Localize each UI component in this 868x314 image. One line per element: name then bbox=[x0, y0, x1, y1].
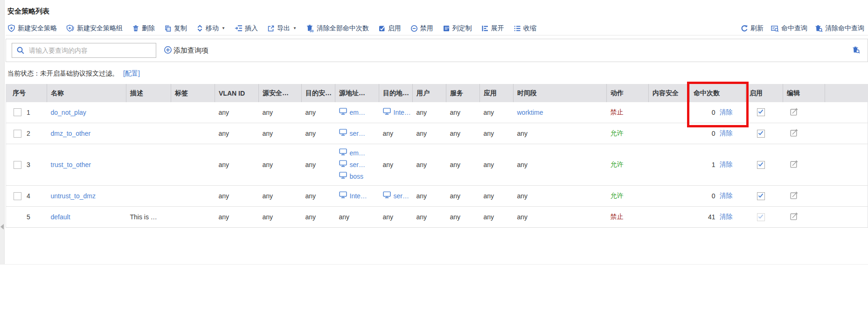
filler-cell bbox=[825, 207, 868, 228]
address-entry[interactable]: boss bbox=[339, 171, 375, 181]
button-label: 刷新 bbox=[750, 24, 764, 33]
column-header-8: 源地址… bbox=[335, 84, 379, 102]
address-entry[interactable]: ser… bbox=[339, 128, 375, 139]
address-list: Inte… bbox=[383, 107, 409, 118]
enable-checkbox[interactable] bbox=[757, 192, 765, 200]
time-text: any bbox=[517, 161, 528, 168]
seq-number: 1 bbox=[27, 109, 30, 116]
action-cell: 禁止 bbox=[607, 207, 649, 228]
app-cell: any bbox=[480, 123, 514, 144]
address-link[interactable]: em… bbox=[350, 107, 365, 118]
address-entry[interactable]: ser… bbox=[339, 160, 375, 170]
policy-name-link[interactable]: trust_to_other bbox=[51, 161, 91, 168]
action-cell: 允许 bbox=[607, 186, 649, 207]
tag-cell bbox=[171, 186, 215, 207]
search-icon bbox=[16, 46, 25, 56]
tag-cell bbox=[171, 207, 215, 228]
enable-checkbox[interactable] bbox=[757, 161, 765, 169]
add-query-item-button[interactable]: 添加查询项 bbox=[164, 46, 208, 56]
clear-all-hits-button[interactable]: 00 清除全部命中次数 bbox=[306, 24, 369, 33]
enable-button[interactable]: 启用 bbox=[378, 24, 401, 33]
insert-button[interactable]: 插入 bbox=[235, 24, 258, 33]
time-link[interactable]: worktime bbox=[517, 109, 543, 116]
edit-button[interactable] bbox=[790, 212, 799, 222]
refresh-button[interactable]: 刷新 bbox=[741, 24, 764, 33]
address-entry: any bbox=[383, 128, 409, 139]
address-link[interactable]: em… bbox=[350, 148, 365, 158]
hits-cell-inner: 0清除 bbox=[694, 108, 742, 117]
edit-button[interactable] bbox=[790, 107, 799, 118]
clear-hits-link[interactable]: 清除 bbox=[720, 108, 733, 117]
address-entry[interactable]: em… bbox=[339, 107, 375, 118]
address-entry[interactable]: ser… bbox=[383, 191, 409, 201]
delete-button[interactable]: 删除 bbox=[132, 24, 155, 33]
button-label: 展开 bbox=[491, 24, 504, 33]
monitor-icon bbox=[339, 128, 347, 139]
policy-name-link[interactable]: untrust_to_dmz bbox=[51, 192, 96, 200]
policy-table-wrap: 序号名称描述标签VLAN ID源安全…目的安…源地址…目的地…用户服务应用时间段… bbox=[6, 84, 868, 228]
clear-hits-link[interactable]: 清除 bbox=[720, 192, 733, 200]
policy-name-link[interactable]: default bbox=[51, 213, 70, 221]
address-list: ser… bbox=[383, 191, 409, 201]
enable-checkbox[interactable] bbox=[757, 130, 765, 138]
clear-hits-link[interactable]: 清除 bbox=[720, 213, 733, 221]
new-policy-group-button[interactable]: 新建安全策略组 bbox=[66, 24, 123, 33]
edit-cell bbox=[783, 123, 825, 144]
expand-button[interactable]: 展开 bbox=[481, 24, 504, 33]
collapse-arrow-icon[interactable] bbox=[0, 224, 4, 230]
user-cell: any bbox=[413, 186, 446, 207]
address-link[interactable]: Inte… bbox=[350, 191, 367, 201]
config-link[interactable]: [配置] bbox=[123, 70, 140, 77]
search-input[interactable] bbox=[12, 43, 156, 58]
button-label: 复制 bbox=[174, 24, 187, 33]
desc-cell bbox=[126, 144, 171, 186]
address-link[interactable]: boss bbox=[350, 171, 364, 181]
address-link[interactable]: ser… bbox=[350, 128, 365, 139]
dst-zone-cell: any bbox=[302, 186, 335, 207]
edit-button[interactable] bbox=[790, 191, 799, 201]
columns-icon bbox=[443, 25, 450, 32]
collapse-button[interactable]: 收缩 bbox=[514, 24, 536, 33]
row-checkbox[interactable] bbox=[14, 192, 21, 200]
row-checkbox[interactable] bbox=[14, 108, 21, 116]
address-link[interactable]: Inte… bbox=[394, 107, 411, 118]
edit-button[interactable] bbox=[790, 128, 799, 139]
address-entry[interactable]: Inte… bbox=[383, 107, 409, 118]
seq-cell: 2 bbox=[6, 123, 47, 144]
edit-cell bbox=[783, 186, 825, 207]
dst-addr-cell: Inte… bbox=[379, 102, 413, 123]
clear-hits-link[interactable]: 清除 bbox=[720, 129, 733, 138]
column-customize-button[interactable]: 列定制 bbox=[443, 24, 472, 33]
address-list: Inte… bbox=[339, 191, 375, 201]
row-checkbox[interactable] bbox=[14, 161, 21, 169]
edit-button[interactable] bbox=[790, 160, 799, 170]
export-icon bbox=[267, 25, 275, 32]
left-collapse-strip[interactable] bbox=[0, 0, 5, 265]
clear-query-filter-icon[interactable] bbox=[852, 46, 860, 56]
move-dropdown-button[interactable]: 移动 bbox=[196, 24, 225, 33]
address-entry[interactable]: Inte… bbox=[339, 191, 375, 201]
monitor-icon bbox=[339, 160, 347, 170]
address-link[interactable]: ser… bbox=[350, 160, 365, 170]
column-header-9: 目的地… bbox=[379, 84, 413, 102]
address-link[interactable]: ser… bbox=[394, 191, 409, 201]
clear-hits-link[interactable]: 清除 bbox=[720, 160, 733, 169]
button-label: 命中查询 bbox=[781, 24, 807, 33]
new-policy-button[interactable]: 新建安全策略 bbox=[7, 24, 57, 33]
button-label: 移动 bbox=[206, 24, 219, 33]
enable-checkbox[interactable] bbox=[757, 108, 765, 116]
disable-button[interactable]: 禁用 bbox=[410, 24, 433, 33]
row-checkbox[interactable] bbox=[14, 130, 21, 138]
name-cell: default bbox=[47, 207, 126, 228]
src-zone-cell: any bbox=[259, 207, 302, 228]
policy-name-link[interactable]: dmz_to_other bbox=[51, 130, 91, 137]
policy-name-link[interactable]: do_not_play bbox=[51, 109, 86, 116]
clear-hit-query-button[interactable]: 清除命中查询 bbox=[815, 24, 864, 33]
service-cell: any bbox=[446, 207, 480, 228]
address-entry[interactable]: em… bbox=[339, 148, 375, 158]
hit-query-button[interactable]: 命中查询 bbox=[771, 24, 807, 33]
status-text: 未开启基础协议报文过滤。 bbox=[40, 70, 118, 77]
copy-button[interactable]: 复制 bbox=[164, 24, 187, 33]
column-header-filler bbox=[825, 84, 868, 102]
export-dropdown-button[interactable]: 导出 bbox=[267, 24, 297, 33]
